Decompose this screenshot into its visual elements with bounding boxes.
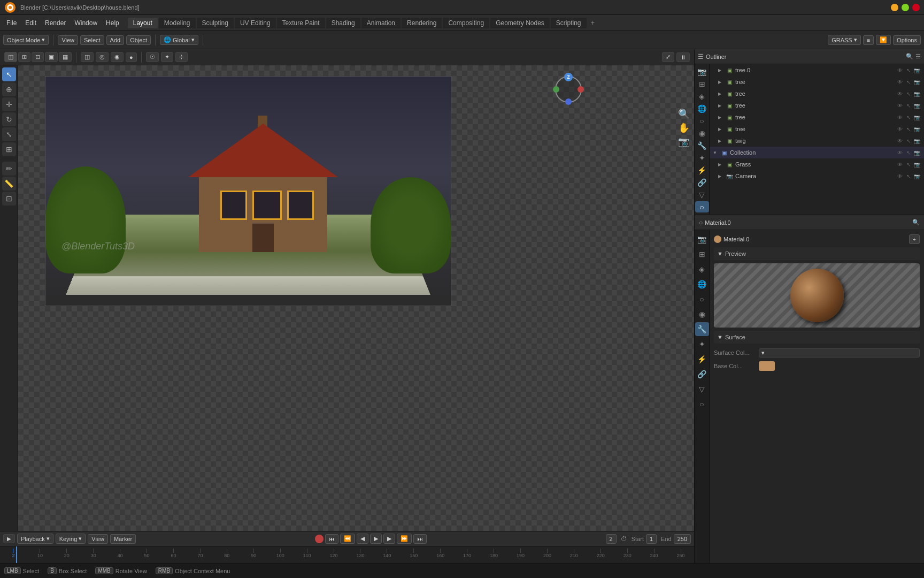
outliner-item-twig[interactable]: ▶ ▣ twig 👁 ↖ 📷 xyxy=(710,135,924,147)
twig-eye-icon[interactable]: 👁 xyxy=(896,137,904,144)
ptab-output[interactable]: ⊞ xyxy=(695,247,709,261)
ptab-modifier2[interactable]: 🔧 xyxy=(695,322,709,336)
tree5-cursor-icon[interactable]: ↖ xyxy=(905,125,912,133)
select-tool-btn[interactable]: ↖ xyxy=(2,67,16,81)
tree0-cursor-icon[interactable]: ↖ xyxy=(905,66,912,74)
tree3-render-icon[interactable]: 📷 xyxy=(913,102,921,109)
prop-tab-modifier[interactable]: 🔧 xyxy=(695,140,709,151)
scale-tool-btn[interactable]: ⤡ xyxy=(2,127,16,141)
add-menu[interactable]: Add xyxy=(106,35,125,45)
pause-btn[interactable]: ⏸ xyxy=(676,52,690,62)
prop-tab-physics[interactable]: ⚡ xyxy=(695,164,709,176)
prop-tab-world[interactable]: ○ xyxy=(695,116,709,127)
twig-render-icon[interactable]: 📷 xyxy=(913,137,921,144)
sort-button[interactable]: ≡ xyxy=(863,35,874,45)
measure-tool-btn[interactable]: 📏 xyxy=(2,177,16,191)
next-keyframe-button[interactable]: ▶ xyxy=(383,534,395,544)
prop-tab-material[interactable]: ○ xyxy=(695,201,709,212)
ptab-view-layer[interactable]: ◈ xyxy=(695,262,709,276)
grass-render-icon[interactable]: 📷 xyxy=(913,161,921,168)
base-color-picker[interactable] xyxy=(759,361,775,371)
menu-render[interactable]: Render xyxy=(41,18,70,28)
marker-menu[interactable]: Marker xyxy=(110,534,136,544)
outliner-item-tree5[interactable]: ▶ ▣ tree 👁 ↖ 📷 xyxy=(710,123,924,135)
tab-animation[interactable]: Animation xyxy=(361,18,401,28)
transform-tool-btn[interactable]: ⊞ xyxy=(2,142,16,156)
outliner-item-tree0[interactable]: ▶ ▣ tree.0 👁 ↖ 📷 xyxy=(710,64,924,76)
prev-keyframe-button[interactable]: ◀ xyxy=(357,534,368,544)
gizmo-btn[interactable]: ✦ xyxy=(161,52,173,62)
ptab-particles2[interactable]: ✦ xyxy=(695,337,709,351)
prop-tab-render[interactable]: 📷 xyxy=(695,66,709,78)
select-menu[interactable]: Select xyxy=(80,35,104,45)
tab-shading[interactable]: Shading xyxy=(326,18,360,28)
object-menu[interactable]: Object xyxy=(126,35,151,45)
prop-tab-view[interactable]: ◈ xyxy=(695,91,709,102)
prop-tab-output[interactable]: ⊞ xyxy=(695,79,709,90)
tab-modeling[interactable]: Modeling xyxy=(159,18,196,28)
menu-help[interactable]: Help xyxy=(102,18,124,28)
camera-cursor-icon[interactable]: ↖ xyxy=(905,172,912,180)
play-button[interactable]: ▶ xyxy=(370,534,382,544)
grass-cursor-icon[interactable]: ↖ xyxy=(905,161,912,168)
tab-rendering[interactable]: Rendering xyxy=(402,18,442,28)
minimize-button[interactable] xyxy=(891,4,898,11)
maximize-button[interactable] xyxy=(902,4,909,11)
snap-btn[interactable]: ⊹ xyxy=(175,52,188,62)
ptab-material2[interactable]: ○ xyxy=(695,397,709,411)
jump-end-button[interactable]: ⏭ xyxy=(413,534,427,544)
ptab-data2[interactable]: ▽ xyxy=(695,382,709,396)
prev-frame-button[interactable]: ⏪ xyxy=(340,534,355,544)
twig-cursor-icon[interactable]: ↖ xyxy=(905,137,912,144)
tree0-eye-icon[interactable]: 👁 xyxy=(896,66,904,74)
tab-scripting[interactable]: Scripting xyxy=(551,18,587,28)
ptab-scene2[interactable]: 🌐 xyxy=(695,277,709,291)
shading-render-btn[interactable]: ● xyxy=(126,52,137,62)
viewport-gizmo[interactable]: Z xyxy=(555,76,587,108)
hand-icon[interactable]: ✋ xyxy=(678,122,690,134)
move-tool-btn[interactable]: ✛ xyxy=(2,97,16,111)
tree1-cursor-icon[interactable]: ↖ xyxy=(905,78,912,86)
tab-sculpting[interactable]: Sculpting xyxy=(197,18,234,28)
camera-render-icon[interactable]: 📷 xyxy=(913,172,921,180)
outliner-item-tree1[interactable]: ▶ ▣ tree 👁 ↖ 📷 xyxy=(710,76,924,88)
tree3-eye-icon[interactable]: 👁 xyxy=(896,102,904,109)
record-button[interactable] xyxy=(315,535,324,543)
close-button[interactable] xyxy=(912,4,920,11)
outliner-filter-btn[interactable]: ☰ xyxy=(915,53,921,60)
tab-texture-paint[interactable]: Texture Paint xyxy=(277,18,325,28)
collection-render-icon[interactable]: 📷 xyxy=(913,149,921,156)
current-frame-field[interactable]: 2 xyxy=(606,534,617,544)
prop-tab-scene[interactable]: 🌐 xyxy=(695,103,709,115)
prop-tab-particles[interactable]: ✦ xyxy=(695,152,709,163)
tree0-render-icon[interactable]: 📷 xyxy=(913,66,921,74)
start-frame-field[interactable]: 1 xyxy=(646,534,657,544)
tree2-render-icon[interactable]: 📷 xyxy=(913,90,921,97)
viewport[interactable]: @BlenderTuts3D Z 🔍 ✋ xyxy=(18,65,694,531)
annotate-tool-btn[interactable]: ✏ xyxy=(2,162,16,176)
tree1-render-icon[interactable]: 📷 xyxy=(913,78,921,86)
preview-header[interactable]: ▼ Preview xyxy=(714,247,920,260)
ptab-physics2[interactable]: ⚡ xyxy=(695,352,709,366)
ptab-object[interactable]: ◉ xyxy=(695,307,709,321)
view-menu[interactable]: View xyxy=(58,35,78,45)
tree2-eye-icon[interactable]: 👁 xyxy=(896,90,904,97)
menu-edit[interactable]: Edit xyxy=(21,18,41,28)
view-type-btn-2[interactable]: ⊞ xyxy=(18,52,30,62)
jump-start-button[interactable]: ⏮ xyxy=(325,534,338,544)
outliner-item-grass[interactable]: ▶ ▣ Grass 👁 ↖ 📷 xyxy=(710,158,924,170)
new-material-btn[interactable]: + xyxy=(909,234,920,244)
keying-menu[interactable]: Keying ▾ xyxy=(56,534,86,544)
outliner-item-tree2[interactable]: ▶ ▣ tree 👁 ↖ 📷 xyxy=(710,88,924,100)
cursor-tool-btn[interactable]: ⊕ xyxy=(2,82,16,96)
props-search-btn[interactable]: 🔍 xyxy=(912,219,920,226)
prop-tab-constraints[interactable]: 🔗 xyxy=(695,177,709,188)
outliner-search-btn[interactable]: 🔍 xyxy=(906,53,913,60)
camera-eye-icon[interactable]: 👁 xyxy=(896,172,904,180)
filter-dropdown-btn[interactable]: GRASS ▾ xyxy=(828,35,861,45)
tree1-eye-icon[interactable]: 👁 xyxy=(896,78,904,86)
tree3-cursor-icon[interactable]: ↖ xyxy=(905,102,912,109)
ptab-world[interactable]: ○ xyxy=(695,292,709,306)
next-frame-button[interactable]: ⏩ xyxy=(397,534,412,544)
view-type-btn-1[interactable]: ◫ xyxy=(4,52,17,62)
